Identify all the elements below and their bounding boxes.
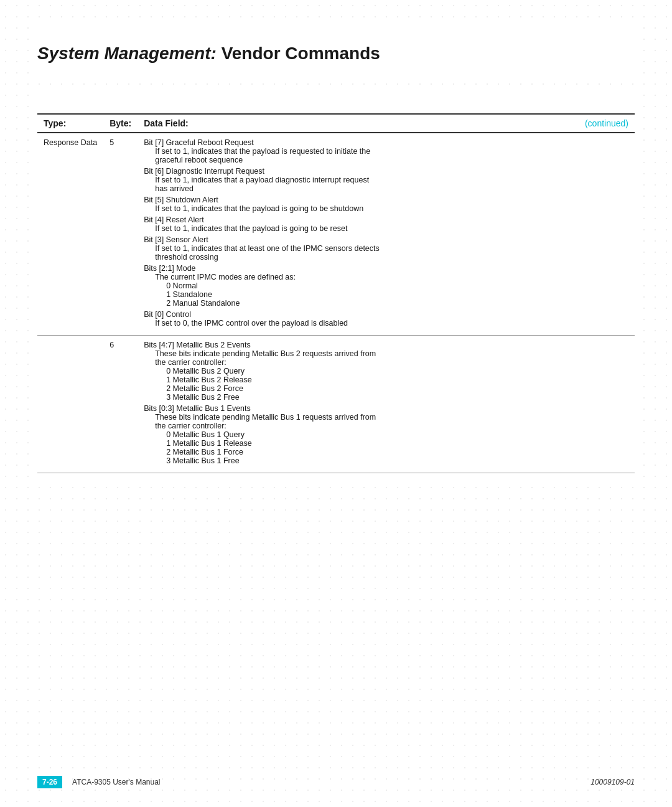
bit4-label: Bit [4] Reset Alert [144, 215, 572, 224]
field-bit3: Bit [3] Sensor Alert If set to 1, indica… [144, 235, 572, 262]
page-header: System Management: Vendor Commands [37, 25, 635, 76]
bits47-mb2-desc2: the carrier controller: [144, 358, 572, 367]
mb1-query: 0 Metallic Bus 1 Query [144, 430, 572, 439]
mode-1-standalone: 1 Standalone [144, 290, 572, 299]
field-bits03-mb1: Bits [0:3] Metallic Bus 1 Events These b… [144, 404, 572, 465]
col-header-continued: (continued) [579, 114, 635, 133]
mb2-release: 1 Metallic Bus 2 Release [144, 375, 572, 384]
bit4-desc: If set to 1, indicates that the payload … [144, 224, 572, 233]
page-footer: 7-26 ATCA-9305 User's Manual 10009109-01 [0, 776, 672, 788]
bits03-mb1-desc1: These bits indicate pending Metallic Bus… [144, 413, 572, 422]
table-header-row: Type: Byte: Data Field: (continued) [37, 114, 635, 133]
field-bits21: Bits [2:1] Mode The current IPMC modes a… [144, 264, 572, 308]
cell-type: Response Data [37, 133, 103, 336]
mb1-release: 1 Metallic Bus 1 Release [144, 439, 572, 448]
title-bold: System Management: [37, 44, 217, 63]
bits03-mb1-label: Bits [0:3] Metallic Bus 1 Events [144, 404, 572, 413]
col-header-type: Type: [37, 114, 103, 133]
cell-byte-6: 6 [103, 336, 138, 473]
field-bit5: Bit [5] Shutdown Alert If set to 1, indi… [144, 196, 572, 213]
bit6-desc1: If set to 1, indicates that a payload di… [144, 176, 572, 184]
table-row: Response Data 5 Bit [7] Graceful Reboot … [37, 133, 635, 336]
footer-manual-name: ATCA-9305 User's Manual [72, 778, 590, 786]
bits47-mb2-label: Bits [4:7] Metallic Bus 2 Events [144, 341, 572, 349]
bit0-desc: If set to 0, the IPMC control over the p… [144, 319, 572, 328]
bit7-desc1: If set to 1, indicates that the payload … [144, 147, 572, 156]
title-normal: Vendor Commands [217, 44, 380, 63]
bits03-mb1-desc2: the carrier controller: [144, 422, 572, 430]
col-header-data-field: Data Field: [138, 114, 579, 133]
page-title: System Management: Vendor Commands [37, 44, 635, 64]
footer-page-number: 7-26 [37, 776, 62, 788]
mode-2-manual: 2 Manual Standalone [144, 299, 572, 308]
mb2-query: 0 Metallic Bus 2 Query [144, 367, 572, 375]
bit0-label: Bit [0] Control [144, 310, 572, 319]
bit5-desc: If set to 1, indicates that the payload … [144, 204, 572, 213]
field-bit0: Bit [0] Control If set to 0, the IPMC co… [144, 310, 572, 328]
bit5-label: Bit [5] Shutdown Alert [144, 196, 572, 204]
footer-doc-number: 10009109-01 [590, 778, 635, 786]
data-table: Type: Byte: Data Field: (continued) Resp… [37, 113, 635, 473]
cell-byte: 5 [103, 133, 138, 336]
bit3-desc1: If set to 1, indicates that at least one… [144, 244, 572, 253]
content-area: Type: Byte: Data Field: (continued) Resp… [37, 95, 635, 486]
bit7-desc2: graceful reboot sequence [144, 156, 572, 164]
col-header-byte: Byte: [103, 114, 138, 133]
field-bits47-mb2: Bits [4:7] Metallic Bus 2 Events These b… [144, 341, 572, 402]
mb2-force: 2 Metallic Bus 2 Force [144, 384, 572, 393]
bit3-label: Bit [3] Sensor Alert [144, 235, 572, 244]
cell-data-field-6: Bits [4:7] Metallic Bus 2 Events These b… [138, 336, 579, 473]
cell-type-empty [37, 336, 103, 473]
bit6-desc2: has arrived [144, 184, 572, 193]
bits21-desc: The current IPMC modes are defined as: [144, 273, 572, 281]
bits21-label: Bits [2:1] Mode [144, 264, 572, 273]
bits47-mb2-desc1: These bits indicate pending Metallic Bus… [144, 349, 572, 358]
field-bit6: Bit [6] Diagnostic Interrupt Request If … [144, 167, 572, 193]
table-row: 6 Bits [4:7] Metallic Bus 2 Events These… [37, 336, 635, 473]
field-bit4: Bit [4] Reset Alert If set to 1, indicat… [144, 215, 572, 233]
bit6-label: Bit [6] Diagnostic Interrupt Request [144, 167, 572, 176]
mb1-free: 3 Metallic Bus 1 Free [144, 456, 572, 465]
cell-data-field: Bit [7] Graceful Reboot Request If set t… [138, 133, 579, 336]
mb2-free: 3 Metallic Bus 2 Free [144, 393, 572, 402]
bit7-label: Bit [7] Graceful Reboot Request [144, 138, 572, 147]
field-bit7: Bit [7] Graceful Reboot Request If set t… [144, 138, 572, 164]
mode-0-normal: 0 Normal [144, 281, 572, 290]
mb1-force: 2 Metallic Bus 1 Force [144, 448, 572, 456]
bit3-desc2: threshold crossing [144, 253, 572, 262]
